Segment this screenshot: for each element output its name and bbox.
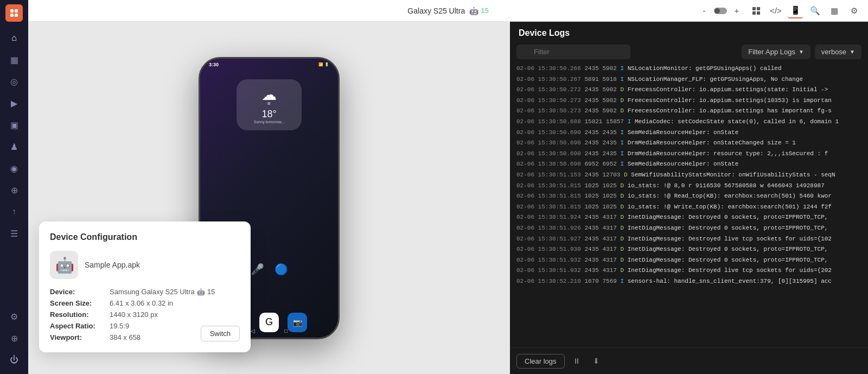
verbose-label: verbose	[821, 48, 846, 56]
sidebar-item-globe[interactable]: ⊕	[4, 180, 24, 200]
log-line: 02-06 15:30:52.210 1670 7569 I sensors-h…	[510, 276, 868, 287]
aspect-value: 19.5:9	[110, 322, 129, 330]
topbar-settings-button[interactable]: ⚙	[846, 3, 861, 18]
app-logo[interactable]	[5, 4, 23, 22]
android-version-badge: 🤖 15	[469, 7, 488, 15]
sidebar-item-media[interactable]: ▣	[4, 115, 24, 135]
log-line: 02-06 15:30:51.932 2435 4317 D InetDiagM…	[510, 265, 868, 276]
device-view: 3:30 📶 🔋 ☁ ≡ 18° Sunny tomorrow... 🎤	[28, 22, 510, 374]
sidebar-item-record[interactable]: ▶	[4, 93, 24, 113]
device-config-popup: Device Configuration 🤖 Sample App.apk De…	[39, 221, 251, 352]
log-line: 02-06 15:30:50.266 2435 5902 I NSLocatio…	[510, 64, 868, 74]
nav-back-button[interactable]: ◁	[251, 328, 255, 334]
config-device-row: Device: Samsung Galaxy S25 Ultra 🤖 15	[50, 288, 240, 296]
weather-temperature: 18°	[243, 109, 295, 120]
sidebar-item-file[interactable]: ☰	[4, 224, 24, 243]
weather-widget: ☁ ≡ 18° Sunny tomorrow...	[237, 79, 302, 130]
svg-rect-6	[752, 11, 756, 15]
resolution-value: 1440 x 3120 px	[110, 310, 158, 319]
device-value: Samsung Galaxy S25 Ultra 🤖 15	[110, 288, 215, 296]
topbar: Galaxy S25 Ultra 🤖 15 - + </> 📱 🔍 ▦ ⚙	[28, 0, 868, 22]
svg-rect-5	[757, 7, 760, 10]
log-line: 02-06 15:30:50.272 2435 5902 D FreecessC…	[510, 85, 868, 96]
phone-statusbar: 3:30 📶 🔋	[200, 59, 338, 68]
log-line: 02-06 15:30:50.690 2435 2435 I DrmMediaR…	[510, 138, 868, 149]
topbar-actions: - + </> 📱 🔍 ▦ ⚙	[697, 3, 861, 18]
clear-logs-button[interactable]: Clear logs	[516, 354, 565, 369]
filter-app-button[interactable]: Filter App Logs ▼	[742, 45, 810, 59]
log-line: 02-06 15:30:50.273 2435 5902 D FreecessC…	[510, 96, 868, 106]
log-line: 02-06 15:30:51.926 2435 4317 D InetDiagM…	[510, 223, 868, 234]
phone-status-icons: 📶 🔋	[318, 62, 329, 67]
nav-recents-button[interactable]: □	[284, 328, 288, 334]
viewport-label: Viewport:	[50, 333, 110, 341]
logs-content: 02-06 15:30:50.266 2435 5902 I NSLocatio…	[510, 64, 868, 347]
android-version-label: 15	[481, 7, 488, 15]
device-title: Galaxy S25 Ultra	[407, 7, 465, 15]
sidebar-item-dashboard[interactable]: ▦	[4, 50, 24, 69]
table-button[interactable]: ▦	[827, 3, 842, 18]
lens-icon[interactable]: 🔵	[272, 261, 290, 278]
log-filter-input[interactable]	[516, 45, 630, 59]
log-line: 02-06 15:30:50.690 2435 2435 I DrmMediaR…	[510, 149, 868, 160]
sidebar-item-home[interactable]: ⌂	[4, 28, 24, 48]
mic-icon[interactable]: 🎤	[248, 261, 266, 278]
log-line: 02-06 15:30:51.927 2435 4317 D InetDiagM…	[510, 234, 868, 245]
nav-home-button[interactable]: ○	[268, 328, 271, 334]
filter-app-chevron: ▼	[799, 49, 804, 55]
sidebar-item-user[interactable]: ♟	[4, 137, 24, 156]
zoom-in-button[interactable]: +	[729, 3, 744, 18]
log-line: 02-06 15:30:51.815 1025 1025 D io_stats:…	[510, 202, 868, 213]
logs-scroll[interactable]: 02-06 15:30:50.266 2435 5902 I NSLocatio…	[510, 64, 868, 347]
svg-rect-7	[757, 11, 760, 15]
zoom-controls: - +	[697, 3, 744, 18]
android-icon: 🤖	[469, 7, 478, 15]
svg-rect-3	[15, 14, 18, 17]
svg-rect-4	[752, 7, 756, 10]
zoom-out-button[interactable]: -	[697, 3, 712, 18]
android-robot-icon: 🤖	[55, 256, 73, 274]
config-app-row: 🤖 Sample App.apk	[50, 251, 240, 279]
device-config-title: Device Configuration	[50, 232, 240, 242]
sidebar-item-settings[interactable]: ⚙	[4, 307, 24, 326]
sidebar-item-network2[interactable]: ⊕	[4, 328, 24, 348]
download-logs-button[interactable]: ⬇	[589, 353, 604, 369]
filter-wrapper: 🔍	[516, 45, 737, 59]
log-line: 02-06 15:30:50.267 5891 5918 I NSLocatio…	[510, 74, 868, 85]
sidebar-item-camera[interactable]: ◎	[4, 72, 24, 91]
code-button[interactable]: </>	[768, 3, 783, 18]
filter-app-label: Filter App Logs	[748, 48, 795, 56]
switch-button[interactable]: Switch	[201, 326, 240, 341]
log-line: 02-06 15:30:51.930 2435 4317 D InetDiagM…	[510, 244, 868, 255]
config-screen-row: Screen Size: 6.41 x 3.06 x 0.32 in	[50, 299, 240, 307]
log-line: 02-06 15:30:50.690 6952 6952 I SemMediaR…	[510, 159, 868, 170]
resolution-label: Resolution:	[50, 310, 110, 319]
logs-panel: Device Logs 🔍 Filter App Logs ▼ verbose …	[510, 22, 868, 374]
aspect-label: Aspect Ratio:	[50, 322, 110, 330]
log-line: 02-06 15:30:51.153 2435 12703 D SemWifiU…	[510, 170, 868, 181]
log-line: 02-06 15:30:51.924 2435 4317 D InetDiagM…	[510, 212, 868, 223]
weather-description: Sunny tomorrow...	[243, 120, 295, 124]
sidebar-item-power[interactable]: ⏻	[4, 350, 24, 370]
zoom-slider[interactable]	[714, 8, 727, 14]
config-resolution-row: Resolution: 1440 x 3120 px	[50, 310, 240, 319]
log-line: 02-06 15:30:50.273 2435 5902 D FreecessC…	[510, 106, 868, 117]
log-line: 02-06 15:30:51.932 2435 4317 D InetDiagM…	[510, 255, 868, 266]
log-line: 02-06 15:30:51.815 1025 1025 D io_stats:…	[510, 181, 868, 192]
svg-rect-2	[10, 14, 14, 17]
sidebar: ⌂ ▦ ◎ ▶ ▣ ♟ ◉ ⊕ ↑ ☰ ⚙ ⊕ ⏻	[0, 0, 28, 374]
svg-rect-0	[10, 9, 14, 12]
screen-value: 6.41 x 3.06 x 0.32 in	[110, 299, 173, 307]
device-view-button[interactable]: 📱	[788, 3, 803, 18]
pause-logs-button[interactable]: ⏸	[569, 353, 584, 369]
svg-rect-1	[15, 9, 18, 12]
main-content: 3:30 📶 🔋 ☁ ≡ 18° Sunny tomorrow... 🎤	[28, 22, 868, 374]
device-android-icon: 🤖	[197, 288, 205, 296]
grid-view-button[interactable]	[749, 3, 764, 18]
log-line: 02-06 15:30:51.815 1025 1025 D io_stats:…	[510, 191, 868, 202]
logs-footer: Clear logs ⏸ ⬇	[510, 347, 868, 374]
inspector-button[interactable]: 🔍	[807, 3, 822, 18]
sidebar-item-upload[interactable]: ↑	[4, 202, 24, 221]
sidebar-item-network[interactable]: ◉	[4, 159, 24, 178]
verbose-button[interactable]: verbose ▼	[815, 45, 861, 59]
